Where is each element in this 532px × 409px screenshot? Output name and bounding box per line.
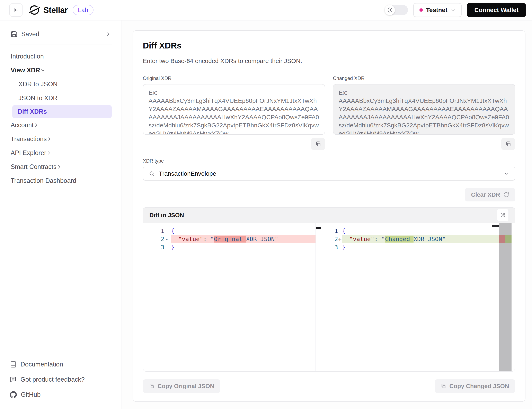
diff-editor: 1{2- "value": "Original XDR JSON"3} 1{2+… xyxy=(143,223,515,371)
sidebar-item-github[interactable]: GitHub xyxy=(10,391,112,398)
connect-wallet-button[interactable]: Connect Wallet xyxy=(467,3,526,17)
diff-overview-added-mark xyxy=(505,235,512,243)
lab-badge: Lab xyxy=(73,5,94,15)
book-icon xyxy=(10,361,16,368)
github-icon xyxy=(10,391,17,398)
scrollbar-thumb[interactable] xyxy=(316,227,321,229)
copy-icon xyxy=(315,141,321,147)
sidebar-item-view-xdr[interactable]: View XDR xyxy=(10,63,112,77)
sidebar-item-smart-contracts[interactable]: Smart Contracts xyxy=(10,160,112,174)
sidebar-item-feedback[interactable]: Got product feedback? xyxy=(10,376,112,383)
refresh-icon xyxy=(503,192,509,197)
diff-pane-changed[interactable]: 1{2+ "value": "Changed XDR JSON"3} xyxy=(321,223,515,371)
sidebar-item-label: Transaction Dashboard xyxy=(11,177,76,185)
save-icon xyxy=(11,31,18,38)
sidebar-item-json-to-xdr[interactable]: JSON to XDR xyxy=(18,91,112,105)
clear-xdr-label: Clear XDR xyxy=(471,191,500,198)
diff-change-marker xyxy=(338,227,342,235)
sidebar-item-api-explorer[interactable]: API Explorer xyxy=(10,146,112,160)
diff-code: } xyxy=(342,243,499,251)
diff-change-marker xyxy=(164,227,171,235)
diff-code: { xyxy=(342,227,499,235)
diff-code: { xyxy=(171,227,315,235)
diff-card-header: Diff in JSON xyxy=(143,208,515,223)
theme-toggle[interactable] xyxy=(385,5,408,15)
diff-change-marker: - xyxy=(164,235,171,243)
diff-line-number: 3 xyxy=(143,243,164,251)
sidebar-item-label: Diff XDRs xyxy=(18,108,47,115)
sidebar-item-label: Saved xyxy=(21,30,102,38)
copy-icon xyxy=(441,383,446,389)
diff-line-number: 3 xyxy=(321,243,338,251)
sidebar-item-label: XDR to JSON xyxy=(19,81,57,88)
original-xdr-field: Original XDR xyxy=(143,75,325,150)
diff-code: } xyxy=(171,243,315,251)
page-description: Enter two Base-64 encoded XDRs to compar… xyxy=(143,57,515,65)
sidebar-item-label: Account xyxy=(11,121,34,129)
diff-pane-original[interactable]: 1{2- "value": "Original XDR JSON"3} xyxy=(143,223,321,371)
expand-icon xyxy=(500,213,505,218)
sidebar-item-account[interactable]: Account xyxy=(10,118,112,132)
copy-changed-json-label: Copy Changed JSON xyxy=(449,383,509,390)
diff-code: "value": "Original XDR JSON" xyxy=(171,235,315,243)
network-selector[interactable]: Testnet xyxy=(413,3,462,17)
diff-code: "value": "Changed XDR JSON" xyxy=(342,235,499,243)
network-label: Testnet xyxy=(426,7,447,13)
copy-original-json-button[interactable]: Copy Original JSON xyxy=(143,379,220,393)
sidebar-item-documentation[interactable]: Documentation xyxy=(10,361,112,368)
feedback-message-icon xyxy=(10,376,16,383)
diff-line-number: 1 xyxy=(321,227,338,235)
diff-overview-removed-mark xyxy=(499,235,505,243)
diff-line: 3} xyxy=(321,243,499,251)
diff-line: 1{ xyxy=(143,227,315,235)
sidebar-item-introduction[interactable]: Introduction xyxy=(10,49,112,63)
sidebar-item-transactions[interactable]: Transactions xyxy=(10,132,112,146)
diff-left-scrollbar[interactable] xyxy=(315,223,321,371)
sidebar-item-saved[interactable]: Saved xyxy=(10,28,112,41)
stellar-logo-group[interactable]: Stellar Lab xyxy=(29,4,94,16)
diff-in-json-card: Diff in JSON 1{2- "value": "Original XDR… xyxy=(143,207,515,372)
scrollbar-thumb[interactable] xyxy=(492,225,499,227)
expand-diff-button[interactable] xyxy=(497,209,509,222)
main-content: Diff XDRs Enter two Base-64 encoded XDRs… xyxy=(122,20,532,409)
changed-xdr-input[interactable] xyxy=(333,84,515,135)
sidebar-item-label: Documentation xyxy=(20,361,63,368)
sidebar-item-label: JSON to XDR xyxy=(19,94,57,102)
chevron-right-icon xyxy=(34,122,39,128)
sidebar-item-transaction-dashboard[interactable]: Transaction Dashboard xyxy=(10,174,112,188)
copy-original-xdr-button[interactable] xyxy=(311,138,325,150)
diff-card-title: Diff in JSON xyxy=(149,212,184,219)
diff-line-number: 2 xyxy=(143,235,164,243)
xdr-type-select[interactable]: TransactionEnvelope xyxy=(143,167,515,181)
original-xdr-input[interactable] xyxy=(143,84,325,135)
sidebar-item-diff-xdrs-active[interactable]: Diff XDRs xyxy=(12,105,112,118)
brand-name: Stellar xyxy=(43,6,68,15)
diff-line: 2+ "value": "Changed XDR JSON" xyxy=(321,235,499,243)
diff-line: 1{ xyxy=(321,227,499,235)
chevron-down-icon xyxy=(40,68,45,73)
chevron-down-icon xyxy=(504,171,509,176)
chevron-down-icon xyxy=(451,8,456,12)
chevron-right-icon xyxy=(46,150,52,156)
diff-line: 2- "value": "Original XDR JSON" xyxy=(143,235,315,243)
copy-changed-xdr-button[interactable] xyxy=(501,138,515,150)
copy-changed-json-button[interactable]: Copy Changed JSON xyxy=(435,379,515,393)
search-icon xyxy=(149,171,155,177)
sidebar-item-label: Smart Contracts xyxy=(11,163,57,171)
sidebar-item-label: View XDR xyxy=(11,67,40,74)
sidebar-item-label: API Explorer xyxy=(11,149,46,157)
sidebar-item-xdr-to-json[interactable]: XDR to JSON xyxy=(18,77,112,91)
diff-change-marker: + xyxy=(338,235,342,243)
sidebar: Saved Introduction View XDR XDR to JSON … xyxy=(0,20,122,409)
xdr-type-label: XDR type xyxy=(143,158,515,164)
collapse-sidebar-button[interactable] xyxy=(10,3,22,17)
diff-change-marker xyxy=(338,243,342,251)
diff-overview-ruler[interactable] xyxy=(499,223,512,371)
sun-icon xyxy=(387,7,393,13)
changed-xdr-field: Changed XDR xyxy=(333,75,515,150)
copy-icon xyxy=(149,383,154,389)
diff-line-number: 2 xyxy=(321,235,338,243)
chevron-right-icon xyxy=(105,31,111,37)
stellar-logo-icon xyxy=(29,4,40,16)
clear-xdr-button[interactable]: Clear XDR xyxy=(465,188,515,201)
